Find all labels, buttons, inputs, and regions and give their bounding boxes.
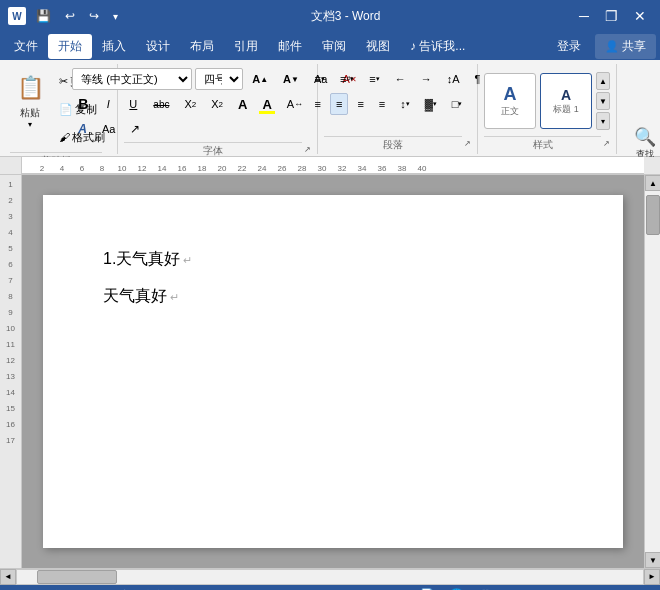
minimize-btn[interactable]: ─: [573, 6, 595, 26]
find-icon: 🔍: [634, 126, 656, 148]
document-line-2[interactable]: 天气真好 ↵: [103, 282, 563, 311]
styles-group-label: 样式: [484, 136, 601, 152]
status-right: 📄 🌐 📖 － ＋ 100%: [417, 586, 652, 591]
paste-dropdown-icon[interactable]: ▾: [28, 120, 32, 129]
horizontal-ruler: 2 4 6 8 10 12 14 16 18 20 22 24 26 28 30…: [22, 157, 644, 174]
horizontal-scroll-bar[interactable]: ◄ ►: [0, 568, 660, 584]
vertical-scrollbar[interactable]: ▲ ▼: [644, 175, 660, 568]
scroll-up-btn[interactable]: ▲: [645, 175, 660, 191]
font-color2-btn[interactable]: Aa: [96, 118, 121, 140]
paste-icon: 📋: [12, 70, 48, 106]
subscript-button[interactable]: X2: [178, 93, 202, 115]
scroll-thumb[interactable]: [646, 195, 660, 235]
underline-button[interactable]: U: [122, 93, 144, 115]
menu-mail[interactable]: 邮件: [268, 34, 312, 59]
format-painter-icon: 🖌: [59, 131, 70, 143]
ribbon: 📋 粘贴 ▾ ✂ 剪切 📄 复制 🖌 格式刷: [0, 60, 660, 157]
text-effects-btn[interactable]: A: [72, 118, 93, 140]
main-area: 1 2 3 4 5 6 7 8 9 10 11 12 13 14 15 16 1…: [0, 175, 660, 568]
styles-down-btn[interactable]: ▼: [596, 92, 610, 110]
line-spacing-btn[interactable]: ↕▾: [394, 93, 416, 115]
scroll-right-btn[interactable]: ►: [644, 569, 660, 585]
document-text-line2[interactable]: 天气真好: [103, 287, 167, 304]
paste-label: 粘贴: [20, 106, 40, 120]
numbering-btn[interactable]: ≡#▾: [334, 68, 360, 90]
font-family-select[interactable]: 等线 (中文正文): [72, 68, 192, 90]
decrease-font-btn[interactable]: A▼: [277, 68, 305, 90]
superscript-button[interactable]: X2: [205, 93, 229, 115]
style-heading1-card[interactable]: A 标题 1: [540, 73, 592, 129]
scroll-left-btn[interactable]: ◄: [0, 569, 16, 585]
menu-share[interactable]: 👤共享: [595, 34, 656, 59]
menu-insert[interactable]: 插入: [92, 34, 136, 59]
styles-navigation: ▲ ▼ ▾: [596, 72, 610, 130]
h-scroll-thumb[interactable]: [37, 570, 117, 584]
styles-more-btn[interactable]: ▾: [596, 112, 610, 130]
paragraph-dialog-launcher[interactable]: ↗: [464, 139, 471, 148]
borders-btn[interactable]: □▾: [446, 93, 469, 115]
align-left-btn[interactable]: ≡: [309, 93, 327, 115]
menu-file[interactable]: 文件: [4, 34, 48, 59]
document-text-line1[interactable]: 1.天气真好: [103, 250, 180, 267]
styles-preview: A 正文 A 标题 1: [484, 73, 592, 129]
bold-button[interactable]: B: [72, 93, 94, 115]
menu-login[interactable]: 登录: [547, 34, 591, 59]
document-page[interactable]: 1.天气真好 ↵ 天气真好 ↵: [43, 195, 623, 548]
font-color-btn[interactable]: A: [232, 93, 253, 115]
menu-design[interactable]: 设计: [136, 34, 180, 59]
menu-home[interactable]: 开始: [48, 34, 92, 59]
ribbon-group-editing: 🔍 🔍 查找 ↔ 替换 ⬜ 选择: [617, 64, 660, 154]
font-dialog-btn[interactable]: ↗: [124, 118, 146, 140]
increase-font-btn[interactable]: A▲: [246, 68, 274, 90]
scissors-icon: ✂: [59, 75, 68, 88]
sort-btn[interactable]: ↕A: [441, 68, 466, 90]
increase-indent-btn[interactable]: →: [415, 68, 438, 90]
decrease-indent-btn[interactable]: ←: [389, 68, 412, 90]
align-right-btn[interactable]: ≡: [351, 93, 369, 115]
pilcrow-2: ↵: [167, 291, 179, 303]
horizontal-ruler-container: 2 4 6 8 10 12 14 16 18 20 22 24 26 28 30…: [0, 157, 660, 175]
font-group-label: 字体: [124, 142, 302, 158]
paragraph-group-label: 段落: [324, 136, 462, 152]
quick-redo-btn[interactable]: ↪: [85, 7, 103, 25]
shading-btn[interactable]: ▓▾: [419, 93, 443, 115]
ribbon-group-paragraph: ≡▾ ≡#▾ ≡▾ ← → ↕A ¶ ≡ ≡ ≡ ≡ ↕▾ ▓▾: [318, 64, 478, 154]
ribbon-group-styles: A 正文 A 标题 1 ▲ ▼ ▾ 样式 ↗: [478, 64, 617, 154]
document-scroll-area[interactable]: 1.天气真好 ↵ 天气真好 ↵: [22, 175, 644, 568]
title-bar: W 💾 ↩ ↪ ▾ 文档3 - Word ─ ❐ ✕: [0, 0, 660, 32]
zoom-out-btn[interactable]: －: [504, 586, 522, 591]
style-normal-card[interactable]: A 正文: [484, 73, 536, 129]
restore-btn[interactable]: ❐: [599, 6, 624, 26]
scroll-down-btn[interactable]: ▼: [645, 552, 660, 568]
italic-button[interactable]: I: [97, 93, 119, 115]
menu-references[interactable]: 引用: [224, 34, 268, 59]
font-size-select[interactable]: 四号: [195, 68, 243, 90]
window-title: 文档3 - Word: [118, 8, 573, 25]
close-btn[interactable]: ✕: [628, 6, 652, 26]
quick-undo-btn[interactable]: ↩: [61, 7, 79, 25]
window-controls: ─ ❐ ✕: [573, 6, 652, 26]
styles-up-btn[interactable]: ▲: [596, 72, 610, 90]
styles-dialog-launcher[interactable]: ↗: [603, 139, 610, 148]
justify-btn[interactable]: ≡: [373, 93, 391, 115]
ribbon-group-font: 等线 (中文正文) 四号 A▲ A▼ Aa A✕ B I U: [118, 64, 318, 154]
h-scroll-track[interactable]: [16, 569, 644, 585]
highlight-bar: [259, 111, 274, 114]
document-line-1[interactable]: 1.天气真好 ↵: [103, 245, 563, 274]
font-dialog-launcher[interactable]: ↗: [304, 145, 311, 154]
char-spacing-btn[interactable]: A↔: [281, 93, 309, 115]
menu-review[interactable]: 审阅: [312, 34, 356, 59]
align-center-btn[interactable]: ≡: [330, 93, 348, 115]
bullets-btn[interactable]: ≡▾: [309, 68, 331, 90]
menu-view[interactable]: 视图: [356, 34, 400, 59]
menu-tell-me[interactable]: ♪ 告诉我...: [400, 34, 475, 59]
strikethrough-button[interactable]: abc: [147, 93, 175, 115]
highlight-btn[interactable]: A: [256, 93, 277, 115]
zoom-in-btn[interactable]: ＋: [598, 586, 616, 591]
quick-save-btn[interactable]: 💾: [32, 7, 55, 25]
scroll-track[interactable]: [645, 191, 660, 552]
paste-button[interactable]: 📋 粘贴 ▾: [10, 68, 50, 131]
ruler-right-corner: [644, 157, 660, 174]
menu-layout[interactable]: 布局: [180, 34, 224, 59]
multilevel-btn[interactable]: ≡▾: [363, 68, 385, 90]
